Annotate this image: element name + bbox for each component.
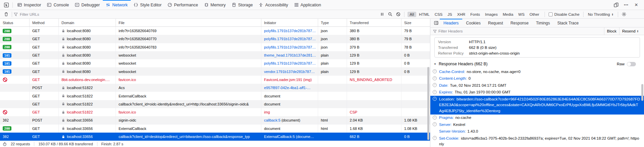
finish-time: Finish: 2.87 s <box>97 142 127 146</box>
detail-tab-headers[interactable]: Headers <box>440 19 462 27</box>
help-icon[interactable]: ? <box>433 69 437 73</box>
col-size: 78 B <box>401 43 430 51</box>
response-header-row[interactable]: ?Expires:Thu, 01 Jan 1970 00:00:00 GMT <box>430 89 644 96</box>
filter-pill-xhr[interactable]: XHR <box>455 12 468 17</box>
response-header-row[interactable]: ?Pragma:no-cache <box>430 115 644 122</box>
tab-debugger[interactable]: Debugger <box>72 0 103 10</box>
request-row[interactable]: POSTlocalhost:51822Acse957f897-042e-4ba1… <box>0 84 430 92</box>
filter-pill-images[interactable]: Images <box>483 12 500 17</box>
request-row[interactable]: GET8bit-solutions-dev.onelogin.…favicon.… <box>0 76 430 84</box>
throttling-select[interactable]: No Throttling ▲▼ <box>588 12 613 16</box>
help-icon[interactable]: ? <box>433 116 437 120</box>
help-icon[interactable]: ? <box>433 122 437 126</box>
initiator-link[interactable]: polyfills.1791b137de281b787… <box>264 37 316 41</box>
initiator-link[interactable]: callback:5 <box>264 118 281 122</box>
help-icon[interactable]: ? <box>433 97 437 101</box>
column-header-status[interactable]: Status <box>0 19 30 26</box>
response-header-row[interactable]: ?Server:Kestrel <box>430 121 644 128</box>
request-row[interactable]: 200GETlocalhost:8080info?t=1635826640783… <box>0 43 430 51</box>
expand-panel-icon[interactable] <box>432 19 440 27</box>
col-size <box>401 100 430 108</box>
column-header-initiator[interactable]: Initiator <box>261 19 318 26</box>
filter-pill-all[interactable]: All <box>407 12 417 17</box>
tab-inspector[interactable]: Inspector <box>14 0 44 10</box>
response-header-row[interactable]: ?Location:bitwarden://sso-callback?code=… <box>430 96 644 115</box>
help-icon[interactable]: ? <box>433 83 437 87</box>
initiator-link[interactable]: e957f897-042e-4ba1-aff1-… <box>264 86 311 90</box>
request-row[interactable]: 101GETlocalhost:8080websocketvendor.1791… <box>0 67 430 75</box>
request-row[interactable]: 302POSTlocalhost:33656signin-oidccallbac… <box>0 116 430 124</box>
filter-pill-css[interactable]: CSS <box>432 12 445 17</box>
tab-accessibility[interactable]: Accessibility <box>256 0 291 10</box>
request-row[interactable]: 101GETlocalhost:8080websocketpolyfills.1… <box>0 59 430 67</box>
request-row[interactable]: 302GETlocalhost:33656callback?client_id=… <box>0 133 430 141</box>
request-list-scrollbar-thumb[interactable] <box>427 67 429 140</box>
tab-network[interactable]: Network <box>103 0 131 10</box>
close-icon[interactable]: ✕ <box>632 0 641 10</box>
tab-storage[interactable]: Storage <box>229 0 256 10</box>
column-header-domain[interactable]: Domain <box>59 19 116 26</box>
column-header-method[interactable]: Method <box>30 19 59 26</box>
initiator-link[interactable]: theme_head.1791b137de281… <box>264 53 316 57</box>
tab-console[interactable]: Console <box>44 0 72 10</box>
search-icon[interactable] <box>386 10 394 18</box>
panel-scrollbar-thumb[interactable] <box>641 84 643 101</box>
disable-cache-checkbox[interactable]: Disable Cache <box>549 12 579 16</box>
initiator-link[interactable]: vendor.1791b137de281b787… <box>264 70 315 74</box>
tab-performance[interactable]: Performance <box>165 0 201 10</box>
help-icon[interactable]: ? <box>433 136 437 140</box>
menu-icon[interactable]: ••• <box>622 0 631 10</box>
response-header-row[interactable]: ?Content-Length:0 <box>430 75 644 82</box>
block-request-icon[interactable] <box>394 10 402 18</box>
request-row[interactable]: 101GETlocalhost:8080websockettheme_head.… <box>0 51 430 59</box>
column-header-type[interactable]: Type <box>318 19 347 26</box>
initiator-link[interactable]: polyfills.1791b137de281b787… <box>264 29 316 33</box>
detail-tab-request[interactable]: Request <box>484 19 507 27</box>
detail-tab-stack-trace[interactable]: Stack Trace <box>554 19 582 27</box>
response-header-row[interactable]: ?Date:Tue, 02 Nov 2021 04:17:21 GMT <box>430 82 644 89</box>
node-picker-icon[interactable] <box>2 0 11 10</box>
filter-pill-fonts[interactable]: Fonts <box>468 12 482 17</box>
tab-application[interactable]: Application <box>291 0 324 10</box>
filter-pill-media[interactable]: Media <box>500 12 515 17</box>
request-row[interactable]: GETlocalhost:51822ExternalCallbackdocume… <box>0 92 430 100</box>
network-settings-gear-icon[interactable] <box>620 10 628 18</box>
request-row[interactable]: 200GETlocalhost:8080info?t=1635826640769… <box>0 27 430 35</box>
col-file: info?t=1635826640783 <box>116 43 261 51</box>
column-header-file[interactable]: File <box>116 19 261 26</box>
request-row[interactable]: 200GETlocalhost:33656ExternalCallbackdoc… <box>0 125 430 133</box>
filter-headers-input[interactable]: Filter Headers <box>438 29 463 33</box>
request-row[interactable]: GETlocalhost:51822callback?client_id=oid… <box>0 100 430 108</box>
filter-pill-ws[interactable]: WS <box>516 12 527 17</box>
initiator-link[interactable]: polyfills.1791b137de281b787… <box>264 45 316 49</box>
request-row[interactable]: GETlocalhost:51822favicon.icoimgCSP <box>0 108 430 116</box>
filter-pill-other[interactable]: Other <box>527 12 542 17</box>
filter-pill-js[interactable]: JS <box>445 12 454 17</box>
detail-tab-timings[interactable]: Timings <box>532 19 554 27</box>
tab-memory[interactable]: Memory <box>201 0 229 10</box>
column-header-size[interactable]: Size <box>401 19 430 26</box>
response-header-row[interactable]: Server-Version:1.43.0 <box>430 128 644 135</box>
clear-requests-icon[interactable] <box>2 10 10 18</box>
raw-toggle[interactable] <box>627 62 636 66</box>
tab-style-editor[interactable]: Style Editor <box>131 0 165 10</box>
col-transferred <box>347 84 401 92</box>
filter-urls-input[interactable]: Filter URLs <box>20 12 39 16</box>
response-header-row[interactable]: ?Set-Cookie:idsrv=adf6cba1-7075-402b-9ec… <box>430 135 644 147</box>
responsive-design-icon[interactable] <box>612 0 620 10</box>
help-icon[interactable]: ? <box>433 76 437 80</box>
pause-traffic-icon[interactable] <box>378 10 386 18</box>
block-button[interactable]: Block <box>604 27 619 35</box>
response-header-row[interactable]: ?Cache-Control:no-store, no-cache, max-a… <box>430 68 644 75</box>
initiator-link[interactable]: polyfills.1791b137de281b787… <box>264 61 316 65</box>
filter-pill-html[interactable]: HTML <box>417 12 432 17</box>
header-name: Server-Version: <box>439 129 466 133</box>
request-row[interactable]: 200GETlocalhost:8080info?t=1635826640770… <box>0 35 430 43</box>
response-headers-section[interactable]: ▼ Response Headers (662 B) Raw <box>430 60 644 68</box>
detail-tab-response[interactable]: Response <box>507 19 532 27</box>
detail-tab-cookies[interactable]: Cookies <box>462 19 484 27</box>
help-icon[interactable]: ? <box>433 90 437 94</box>
resend-button[interactable]: Resend ▲▼ <box>619 27 641 35</box>
col-type <box>318 133 347 141</box>
column-header-transferred[interactable]: Transferred <box>347 19 401 26</box>
